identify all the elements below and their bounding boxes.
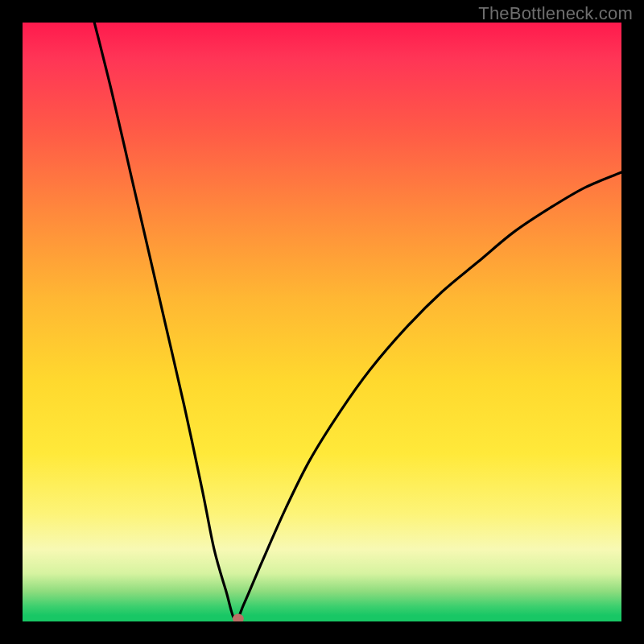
chart-frame: TheBottleneck.com bbox=[0, 0, 644, 644]
plot-area bbox=[23, 23, 621, 621]
bottleneck-curve bbox=[94, 23, 621, 621]
curve-layer bbox=[23, 23, 621, 621]
watermark-text: TheBottleneck.com bbox=[478, 3, 633, 24]
minimum-marker-icon bbox=[233, 614, 244, 621]
